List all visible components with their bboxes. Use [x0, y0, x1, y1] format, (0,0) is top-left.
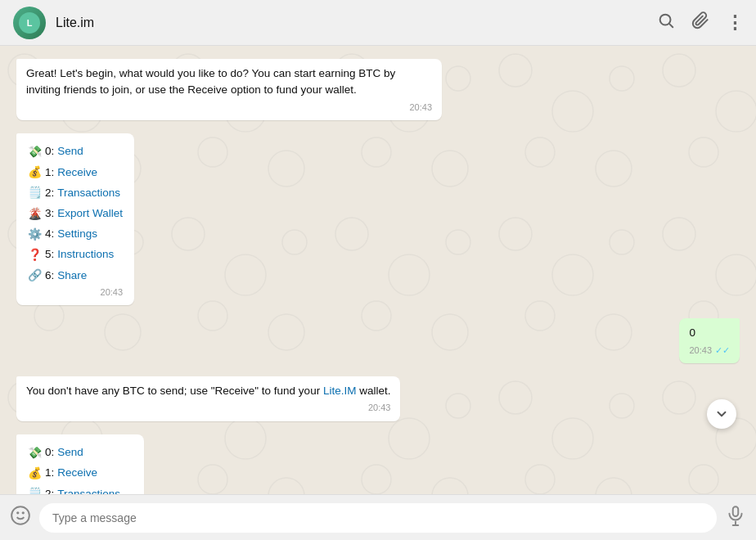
menu-item: 🗒️ 2: Transactions — [28, 182, 123, 203]
menu-number: 1: — [45, 463, 54, 483]
menu-number: 2: — [45, 484, 54, 494]
bubble-text: Great! Let's begin, what would you like … — [26, 65, 432, 99]
menu-item: ❓ 5: Instructions — [28, 245, 123, 265]
send-emoji: 💸 — [28, 443, 42, 463]
message-row: 💸 0: Send 💰 1: Receive 🗒️ 2: Transaction… — [16, 434, 740, 494]
paperclip-icon[interactable] — [691, 11, 709, 34]
litem-link[interactable]: Lite.IM — [323, 385, 357, 397]
settings-emoji: ⚙️ — [28, 224, 42, 245]
receive-emoji: 💰 — [28, 162, 42, 182]
menu-number: 0: — [45, 142, 54, 161]
more-options-icon[interactable]: ⋮ — [726, 12, 743, 34]
bubble-meta: 20:43 ✓✓ — [689, 344, 730, 358]
bubble-meta: 20:43 — [26, 101, 432, 115]
bubble-text: 0 — [689, 325, 730, 341]
search-icon[interactable] — [657, 11, 675, 34]
menu-item: ⚙️ 4: Settings — [28, 224, 123, 245]
menu-item: 🗒️ 2: Transactions — [28, 484, 133, 494]
menu-number: 5: — [45, 245, 54, 264]
export-emoji: 🌋 — [28, 204, 42, 224]
avatar-initials: L — [13, 7, 46, 39]
send-emoji: 💸 — [28, 142, 42, 162]
incoming-bubble: You don't have any BTC to send; use "Rec… — [16, 376, 400, 421]
incoming-bubble: Great! Let's begin, what would you like … — [16, 59, 442, 120]
chat-header: L Lite.im ⋮ — [0, 0, 756, 46]
avatar: L — [13, 7, 46, 39]
emoji-picker-button[interactable] — [10, 505, 31, 531]
chat-title: Lite.im — [56, 16, 657, 30]
menu-item: 💸 0: Send — [28, 443, 133, 463]
bubble-meta: 20:43 — [28, 287, 123, 297]
receive-emoji: 💰 — [28, 463, 42, 484]
chat-area: Great! Let's begin, what would you like … — [0, 46, 756, 494]
menu-number: 3: — [45, 204, 54, 223]
svg-rect-7 — [733, 506, 739, 516]
message-row: 0 20:43 ✓✓ — [16, 318, 740, 363]
message-time: 20:43 — [101, 287, 124, 297]
menu-number: 0: — [45, 443, 54, 462]
menu-item: 🔗 6: Share — [28, 265, 123, 286]
menu-bubble-2: 💸 0: Send 💰 1: Receive 🗒️ 2: Transaction… — [16, 434, 144, 494]
message-time: 20:43 — [368, 401, 391, 415]
outgoing-bubble: 0 20:43 ✓✓ — [679, 318, 740, 363]
svg-text:L: L — [27, 18, 33, 28]
message-text-input[interactable] — [39, 503, 717, 533]
message-input-bar — [0, 494, 756, 540]
transactions-emoji: 🗒️ — [28, 484, 42, 494]
svg-point-4 — [11, 506, 29, 524]
menu-number: 2: — [45, 183, 54, 203]
menu-item: 💰 1: Receive — [28, 162, 123, 182]
menu-label: Export Wallet — [57, 204, 123, 223]
menu-item: 💸 0: Send — [28, 142, 123, 162]
share-emoji: 🔗 — [28, 265, 42, 286]
bubble-meta: 20:43 — [26, 401, 390, 415]
menu-number: 4: — [45, 224, 54, 244]
menu-label: Settings — [57, 224, 97, 244]
menu-item: 🌋 3: Export Wallet — [28, 204, 123, 224]
instructions-emoji: ❓ — [28, 245, 42, 265]
message-row: 💸 0: Send 💰 1: Receive 🗒️ 2: Transaction… — [16, 133, 740, 305]
read-tick-icon: ✓✓ — [715, 344, 730, 358]
transactions-emoji: 🗒️ — [28, 182, 42, 203]
menu-number: 6: — [45, 266, 54, 286]
menu-label: Send — [57, 443, 83, 462]
message-row: You don't have any BTC to send; use "Rec… — [16, 376, 740, 421]
message-time: 20:43 — [409, 101, 432, 115]
scroll-down-button[interactable] — [707, 399, 736, 429]
menu-label: Transactions — [57, 183, 120, 203]
menu-item: 💰 1: Receive — [28, 463, 133, 484]
menu-label: Receive — [57, 163, 97, 182]
message-row: Great! Let's begin, what would you like … — [16, 59, 740, 120]
header-actions: ⋮ — [657, 11, 743, 34]
message-time: 20:43 — [689, 344, 712, 358]
menu-number: 1: — [45, 163, 54, 182]
voice-message-button[interactable] — [725, 505, 746, 531]
menu-label: Transactions — [57, 484, 120, 494]
svg-line-3 — [669, 24, 673, 27]
message-list: Great! Let's begin, what would you like … — [16, 59, 740, 494]
menu-label: Share — [57, 266, 87, 286]
menu-label: Instructions — [57, 245, 114, 264]
bubble-text: You don't have any BTC to send; use "Rec… — [26, 383, 390, 399]
menu-label: Send — [57, 142, 83, 161]
menu-bubble: 💸 0: Send 💰 1: Receive 🗒️ 2: Transaction… — [16, 133, 134, 305]
menu-label: Receive — [57, 463, 97, 483]
